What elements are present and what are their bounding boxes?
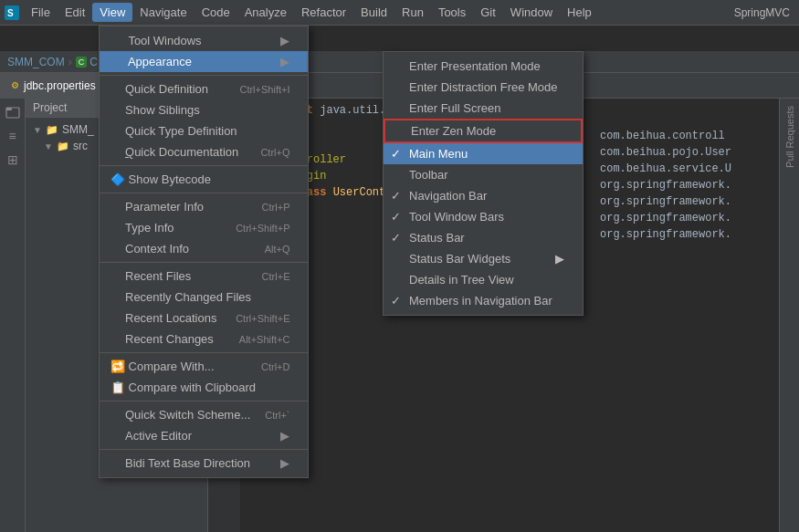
param-info-label: Parameter Info bbox=[110, 200, 204, 214]
view-quick-type-def[interactable]: Quick Type Definition bbox=[100, 120, 308, 141]
view-recently-changed[interactable]: Recently Changed Files bbox=[100, 287, 308, 308]
view-quick-switch[interactable]: Quick Switch Scheme... Ctrl+` bbox=[100, 404, 308, 425]
main-menu-item[interactable]: ✓ Main Menu bbox=[384, 143, 583, 164]
tool-window-bars-item[interactable]: ✓ Tool Window Bars bbox=[384, 206, 583, 227]
menu-edit[interactable]: Edit bbox=[58, 3, 92, 22]
import-7: org.springframework. bbox=[600, 226, 775, 243]
recent-files-shortcut: Ctrl+E bbox=[262, 271, 290, 282]
tree-arrow-smm: ▼ bbox=[33, 125, 42, 135]
members-nav-label: Members in Navigation Bar bbox=[409, 294, 552, 308]
sidebar-project-icon[interactable] bbox=[3, 102, 23, 122]
sidebar-icon-2[interactable]: ≡ bbox=[3, 126, 23, 146]
context-info-label: Context Info bbox=[110, 242, 189, 256]
type-info-label: Type Info bbox=[110, 221, 173, 235]
enter-distraction-label: Enter Distraction Free Mode bbox=[409, 80, 558, 94]
view-quick-def[interactable]: Quick Definition Ctrl+Shift+I bbox=[100, 78, 308, 99]
import-1: com.beihua.controll bbox=[600, 128, 775, 144]
import-2: com.beihua.pojo.User bbox=[600, 144, 775, 161]
view-show-siblings[interactable]: Show Siblings bbox=[100, 99, 308, 120]
sep-6 bbox=[100, 401, 308, 402]
enter-fullscreen-label: Enter Full Screen bbox=[409, 101, 500, 115]
menu-git[interactable]: Git bbox=[473, 3, 503, 22]
view-param-info[interactable]: Parameter Info Ctrl+P bbox=[100, 196, 308, 217]
left-sidebar: ≡ ⊞ bbox=[0, 99, 26, 532]
details-tree-item[interactable]: Details in Tree View bbox=[384, 269, 583, 290]
view-menu-dropdown: Tool Windows ▶ Appearance ▶ Quick Defini… bbox=[99, 26, 309, 478]
app-title: SpringMVC bbox=[734, 6, 790, 19]
show-bytecode-label: 🔷 Show Bytecode bbox=[110, 172, 211, 186]
import-3: com.beihua.service.U bbox=[600, 161, 775, 177]
menu-code[interactable]: Code bbox=[194, 3, 237, 22]
view-context-info[interactable]: Context Info Alt+Q bbox=[100, 238, 308, 259]
recent-changes-label: Recent Changes bbox=[110, 332, 214, 346]
details-tree-label: Details in Tree View bbox=[409, 273, 514, 287]
sidebar-icon-3[interactable]: ⊞ bbox=[3, 150, 23, 170]
sep-7 bbox=[100, 449, 308, 450]
tool-windows-arrow: ▶ bbox=[280, 34, 289, 47]
recent-files-label: Recent Files bbox=[110, 269, 191, 283]
members-nav-check: ✓ bbox=[391, 294, 401, 308]
menu-tools[interactable]: Tools bbox=[431, 3, 473, 22]
active-editor-arrow: ▶ bbox=[280, 429, 289, 443]
tree-arrow-src: ▼ bbox=[44, 141, 53, 151]
view-type-info[interactable]: Type Info Ctrl+Shift+P bbox=[100, 217, 308, 238]
quick-def-shortcut: Ctrl+Shift+I bbox=[239, 84, 289, 95]
compare-with-label: 🔁 Compare With... bbox=[110, 360, 215, 373]
view-appearance[interactable]: Appearance ▶ bbox=[100, 51, 308, 72]
pull-requests-label[interactable]: Pull Requests bbox=[784, 99, 795, 175]
view-compare-with[interactable]: 🔁 Compare With... Ctrl+D bbox=[100, 356, 308, 377]
recent-changes-shortcut: Alt+Shift+C bbox=[239, 334, 290, 345]
view-show-bytecode[interactable]: 🔷 Show Bytecode bbox=[100, 169, 308, 190]
quick-switch-label: Quick Switch Scheme... bbox=[110, 408, 250, 422]
breadcrumb-sep1: › bbox=[68, 56, 72, 68]
active-editor-label: Active Editor bbox=[110, 429, 192, 443]
compare-clipboard-label: 📋 Compare with Clipboard bbox=[110, 381, 256, 394]
tree-label-smm: SMM_ bbox=[62, 123, 94, 136]
menu-navigate[interactable]: Navigate bbox=[132, 3, 194, 22]
tab-jdbc-icon: ⚙ bbox=[11, 80, 19, 90]
menu-file[interactable]: File bbox=[24, 3, 58, 22]
view-recent-files[interactable]: Recent Files Ctrl+E bbox=[100, 266, 308, 287]
toolbar-item[interactable]: Toolbar bbox=[384, 164, 583, 185]
menu-window[interactable]: Window bbox=[503, 3, 560, 22]
menu-help[interactable]: Help bbox=[560, 3, 599, 22]
folder-icon-src: 📁 bbox=[57, 141, 69, 152]
enter-presentation[interactable]: Enter Presentation Mode bbox=[384, 56, 583, 77]
status-bar-item[interactable]: ✓ Status Bar bbox=[384, 227, 583, 248]
status-bar-widgets-label: Status Bar Widgets bbox=[409, 252, 510, 266]
view-compare-clipboard[interactable]: 📋 Compare with Clipboard bbox=[100, 377, 308, 398]
view-recent-locations[interactable]: Recent Locations Ctrl+Shift+E bbox=[100, 308, 308, 329]
view-tool-windows[interactable]: Tool Windows ▶ bbox=[100, 30, 308, 51]
navigation-bar-label: Navigation Bar bbox=[409, 189, 487, 203]
quick-type-def-label: Quick Type Definition bbox=[110, 124, 237, 138]
menu-view[interactable]: View bbox=[92, 3, 132, 22]
menu-run[interactable]: Run bbox=[394, 3, 431, 22]
view-active-editor[interactable]: Active Editor ▶ bbox=[100, 425, 308, 446]
view-bidi-text[interactable]: Bidi Text Base Direction ▶ bbox=[100, 453, 308, 474]
recent-locations-label: Recent Locations bbox=[110, 311, 216, 325]
appearance-arrow: ▶ bbox=[280, 55, 289, 68]
status-bar-widgets-item[interactable]: Status Bar Widgets ▶ bbox=[384, 248, 583, 269]
sep-3 bbox=[100, 193, 308, 193]
menu-refactor[interactable]: Refactor bbox=[294, 3, 353, 22]
bidi-text-label: Bidi Text Base Direction bbox=[110, 456, 250, 470]
breadcrumb-c-icon: C bbox=[76, 57, 88, 68]
compare-with-shortcut: Ctrl+D bbox=[261, 361, 289, 372]
menu-build[interactable]: Build bbox=[353, 3, 394, 22]
tab-jdbc-label: jdbc.properties bbox=[24, 79, 96, 92]
param-info-shortcut: Ctrl+P bbox=[262, 202, 290, 213]
quick-switch-shortcut: Ctrl+` bbox=[265, 410, 289, 421]
navigation-bar-item[interactable]: ✓ Navigation Bar bbox=[384, 185, 583, 206]
enter-zen-mode[interactable]: Enter Zen Mode bbox=[384, 119, 583, 143]
sep-5 bbox=[100, 352, 308, 353]
enter-presentation-label: Enter Presentation Mode bbox=[409, 59, 541, 73]
view-recent-changes[interactable]: Recent Changes Alt+Shift+C bbox=[100, 329, 308, 349]
enter-fullscreen[interactable]: Enter Full Screen bbox=[384, 98, 583, 119]
view-quick-doc[interactable]: Quick Documentation Ctrl+Q bbox=[100, 141, 308, 162]
menu-analyze[interactable]: Analyze bbox=[237, 3, 294, 22]
show-siblings-label: Show Siblings bbox=[110, 103, 200, 117]
enter-distraction[interactable]: Enter Distraction Free Mode bbox=[384, 77, 583, 98]
members-nav-item[interactable]: ✓ Members in Navigation Bar bbox=[384, 290, 583, 311]
tool-window-bars-label: Tool Window Bars bbox=[409, 210, 504, 224]
menu-bar: S File Edit View Navigate Code Analyze R… bbox=[0, 0, 799, 26]
